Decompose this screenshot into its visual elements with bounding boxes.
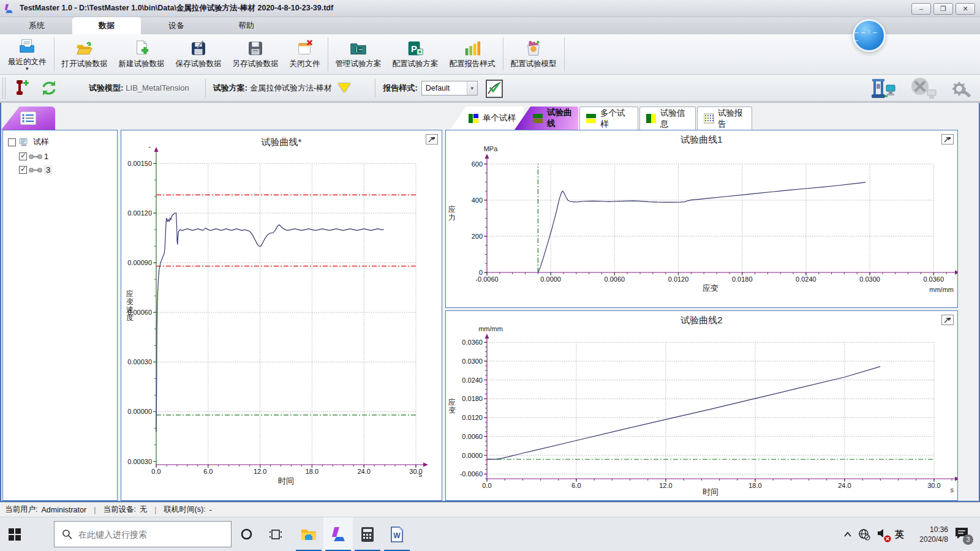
- save-data-icon: [189, 39, 208, 58]
- notification-center-button[interactable]: 3: [954, 527, 969, 542]
- expand-chart-icon[interactable]: [941, 134, 954, 144]
- tab-test-info[interactable]: 试验信息: [639, 107, 696, 130]
- tree-item-3[interactable]: 3: [3, 161, 117, 174]
- strain-time-chart[interactable]: 0.03600.03000.02400.01800.01200.00600.00…: [446, 311, 957, 500]
- menu-tab-help[interactable]: 帮助: [212, 17, 281, 34]
- clock-time: 10:36: [910, 525, 948, 534]
- config-scheme-button[interactable]: P 配置试验方案: [387, 36, 444, 73]
- config-report-button[interactable]: 配置报告样式: [444, 36, 501, 73]
- svg-text:时间: 时间: [703, 487, 718, 497]
- svg-text:0.0240: 0.0240: [796, 276, 816, 283]
- word-document-icon: W: [390, 527, 404, 542]
- chevron-down-icon: ▾: [467, 81, 477, 95]
- minimize-button[interactable]: –: [911, 3, 931, 15]
- svg-text:6.0: 6.0: [571, 482, 581, 489]
- report-style-select[interactable]: Default ▾: [421, 81, 478, 96]
- hidden-icons-chevron[interactable]: [843, 531, 852, 538]
- svg-text:-0.0060: -0.0060: [475, 276, 498, 283]
- search-input[interactable]: [78, 530, 219, 539]
- specimen-tree-panel: 试样 1 3: [2, 130, 118, 501]
- taskbar-search[interactable]: [54, 521, 232, 547]
- svg-text:0.0180: 0.0180: [462, 395, 483, 402]
- svg-text:0.0060: 0.0060: [462, 433, 483, 440]
- tree-item-1[interactable]: 1: [3, 148, 117, 161]
- taskbar-clock[interactable]: 10:36 2020/4/8: [910, 525, 948, 544]
- strain-rate-chart[interactable]: 0.001500.001200.000900.000600.000300.000…: [121, 130, 442, 500]
- scheme-label: 试验方案:: [213, 83, 247, 94]
- svg-text:12.0: 12.0: [659, 482, 672, 489]
- current-device-value: 无: [140, 504, 148, 515]
- toolbar-grip[interactable]: [2, 78, 6, 99]
- svg-text:0.0120: 0.0120: [668, 276, 689, 283]
- test-machine-icon[interactable]: [871, 78, 897, 100]
- system-tray: 英 10:36 2020/4/8 3: [843, 517, 980, 551]
- tab-test-curve[interactable]: 试验曲线: [514, 107, 578, 130]
- word-document-button[interactable]: W: [382, 517, 412, 551]
- cortana-button[interactable]: [232, 517, 261, 551]
- notification-badge: 3: [963, 534, 973, 545]
- tab-multi-specimen[interactable]: 多个试样: [579, 107, 638, 130]
- save-as-data-button[interactable]: 另存试验数据: [227, 36, 284, 73]
- specimen-list-tab[interactable]: [1, 107, 55, 130]
- svg-text:MPa: MPa: [484, 145, 499, 152]
- specimen-icon: [29, 154, 42, 160]
- svg-text:6.0: 6.0: [203, 468, 213, 475]
- report-style-label: 报告样式:: [383, 83, 417, 94]
- taskbar: W 英: [0, 517, 980, 551]
- report-check-icon[interactable]: [485, 78, 503, 99]
- open-data-button[interactable]: 打开试验数据: [56, 36, 113, 73]
- recent-files-button[interactable]: 最近的文件 ▼: [2, 36, 52, 73]
- file-explorer-button[interactable]: [294, 517, 323, 551]
- new-specimen-icon[interactable]: [10, 78, 31, 99]
- specimen-3-checkbox[interactable]: [19, 166, 27, 174]
- expand-chart-icon[interactable]: [941, 315, 954, 325]
- menu-tab-system[interactable]: 系统: [2, 17, 71, 34]
- svg-text:12.0: 12.0: [254, 468, 266, 475]
- menu-tab-data[interactable]: 数据: [72, 17, 141, 34]
- save-as-data-icon: [246, 39, 265, 58]
- restore-button[interactable]: ❐: [933, 3, 953, 15]
- svg-text:0.0: 0.0: [482, 482, 491, 489]
- toolbar-separator: [205, 79, 206, 97]
- test-info-tab-icon: [646, 113, 657, 124]
- svg-text:400: 400: [472, 197, 483, 204]
- settings-gear-icon[interactable]: [951, 78, 971, 99]
- svg-text:0.0360: 0.0360: [462, 339, 483, 346]
- tab-test-report[interactable]: 试验报告: [697, 107, 752, 130]
- volume-muted-icon[interactable]: [876, 528, 889, 541]
- file-explorer-icon: [301, 528, 317, 541]
- close-button[interactable]: ✕: [956, 3, 975, 15]
- ime-indicator[interactable]: 英: [895, 529, 904, 541]
- tree-item-label: 1: [44, 152, 48, 161]
- toolbar-separator: [375, 79, 375, 97]
- manage-scheme-button[interactable]: 管理试验方案: [330, 36, 387, 73]
- floating-ball-widget[interactable]: – – ∶ – –: [853, 19, 886, 52]
- refresh-icon[interactable]: [39, 78, 59, 98]
- save-data-button[interactable]: 保存试验数据: [170, 36, 227, 73]
- task-view-button[interactable]: [261, 517, 290, 551]
- app-window: TestMaster 1.0 - D:\TestMaster 1.0\bin\D…: [0, 0, 980, 551]
- device-offline-icon[interactable]: [908, 77, 940, 101]
- tab-single-specimen[interactable]: 单个试样: [450, 107, 524, 130]
- start-button[interactable]: [0, 517, 29, 551]
- chevron-down-icon: ▼: [24, 67, 29, 71]
- menu-tab-device[interactable]: 设备: [142, 17, 211, 34]
- filter-funnel-icon[interactable]: [338, 83, 350, 92]
- testmaster-taskbar-button[interactable]: [323, 517, 353, 551]
- ribbon-toolbar: 最近的文件 ▼ 打开试验数据 新建试验数据: [0, 34, 980, 75]
- calculator-button[interactable]: [353, 517, 382, 551]
- svg-text:0.0300: 0.0300: [859, 276, 880, 283]
- tree-root-row[interactable]: 试样: [3, 130, 117, 148]
- svg-text:时间: 时间: [278, 476, 294, 485]
- svg-text:P: P: [411, 43, 417, 54]
- scheme-value: 金属拉伸试验方法-棒材: [250, 83, 332, 94]
- stress-strain-chart[interactable]: 6004002000-0.00600.00000.00600.01200.018…: [446, 130, 957, 307]
- network-globe-icon[interactable]: [858, 528, 870, 541]
- model-label: 试验模型:: [89, 83, 123, 94]
- close-file-button[interactable]: 关闭文件: [284, 36, 326, 73]
- specimen-1-checkbox[interactable]: [19, 152, 27, 160]
- expand-chart-icon[interactable]: [426, 134, 438, 144]
- config-model-button[interactable]: 配置试验模型: [505, 36, 562, 73]
- new-data-button[interactable]: 新建试验数据: [113, 36, 170, 73]
- root-checkbox[interactable]: [8, 138, 16, 146]
